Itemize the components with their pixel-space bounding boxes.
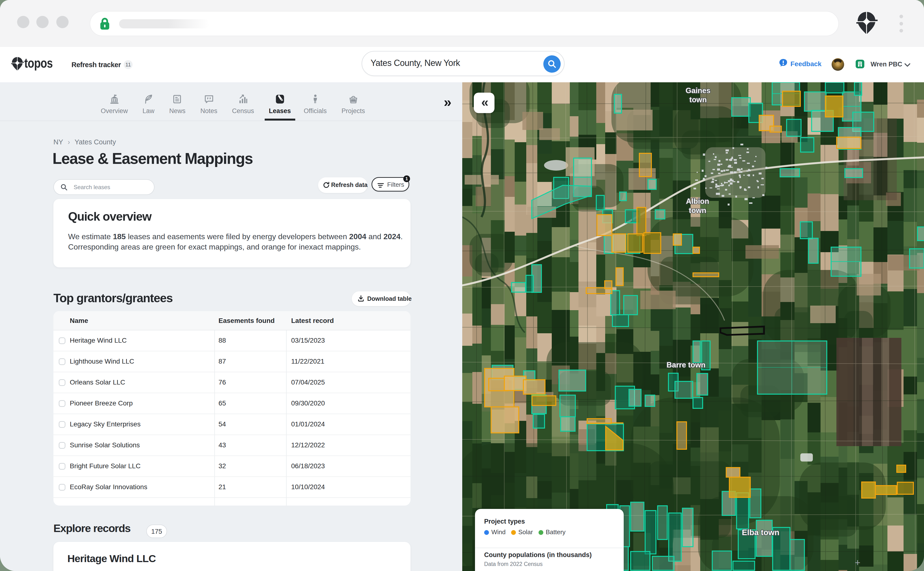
svg-text:town: town [689, 206, 706, 215]
svg-text:town: town [690, 96, 707, 104]
svg-text:Elba town: Elba town [742, 528, 779, 537]
svg-text:Barre town: Barre town [666, 361, 705, 369]
svg-text:+: + [855, 557, 860, 568]
svg-text:Albion: Albion [686, 197, 709, 205]
svg-text:Gaines: Gaines [685, 86, 710, 95]
